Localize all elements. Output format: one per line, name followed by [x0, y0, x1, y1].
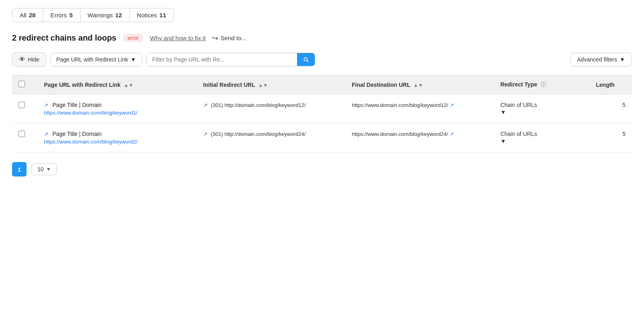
external-link-icon[interactable]: ↗ [203, 131, 208, 137]
sort-icon-final-destination: ▲▼ [413, 82, 423, 88]
per-page-dropdown[interactable]: 10 ▼ [31, 163, 57, 175]
external-link-icon[interactable]: ↗ [44, 131, 48, 137]
length-value-1: 5 [622, 131, 625, 137]
error-badge: error [123, 34, 143, 42]
hide-label: Hide [28, 56, 39, 63]
final-destination-cell: https://www.domain.com/blog/keyword12/ ↗ [345, 94, 494, 123]
col-page-url[interactable]: Page URL with Redirect Link ▲▼ [37, 75, 197, 94]
select-all-checkbox[interactable] [19, 81, 25, 87]
table-row: ↗ Page Title | Domain https://www.domain… [12, 94, 632, 123]
page-1-button[interactable]: 1 [12, 162, 27, 176]
fix-link[interactable]: Why and how to fix it [150, 35, 205, 41]
redirect-type-chevron[interactable]: ▼ [500, 109, 583, 115]
external-link-icon[interactable]: ↗ [450, 102, 454, 108]
tab-errors-label: Errors [50, 12, 67, 18]
eye-icon: 👁 [19, 56, 25, 63]
final-url-0: https://www.domain.com/blog/keyword12/ [352, 102, 448, 108]
col-initial-redirect[interactable]: Initial Redirect URL ▲▼ [197, 75, 345, 94]
advanced-filters-button[interactable]: Advanced filters ▼ [570, 53, 632, 66]
send-to-button[interactable]: ↪ Send to... [212, 34, 246, 43]
sort-icon-initial-redirect: ▲▼ [258, 82, 268, 88]
search-icon [303, 56, 309, 63]
col-final-destination-label: Final Destination URL [352, 82, 410, 88]
data-table: Page URL with Redirect Link ▲▼ Initial R… [12, 75, 632, 152]
final-destination-cell: https://www.domain.com/blog/keyword24/ ↗ [345, 123, 494, 152]
page-url-1[interactable]: https://www.domain.com/blog/keyword2/ [44, 139, 190, 145]
col-final-destination[interactable]: Final Destination URL ▲▼ [345, 75, 494, 94]
external-link-icon[interactable]: ↗ [203, 102, 208, 108]
advanced-filters-label: Advanced filters [577, 56, 617, 63]
row-checkbox-cell[interactable] [12, 94, 37, 123]
chevron-down-icon: ▼ [619, 56, 625, 63]
final-url-1: https://www.domain.com/blog/keyword24/ [352, 131, 448, 137]
chevron-down-icon: ▼ [46, 166, 51, 172]
issue-title: 2 redirect chains and loops [12, 33, 116, 43]
page-title-text: Page Title | Domain [52, 102, 101, 108]
tab-notices-count: 11 [159, 12, 166, 18]
tab-warnings-count: 12 [115, 12, 122, 18]
tab-warnings[interactable]: Warnings 12 [80, 8, 130, 22]
table-row: ↗ Page Title | Domain https://www.domain… [12, 123, 632, 152]
length-cell: 5 [590, 123, 632, 152]
redirect-type-chevron[interactable]: ▼ [500, 138, 583, 144]
col-page-url-label: Page URL with Redirect Link [44, 82, 120, 88]
page-1-label: 1 [18, 166, 21, 173]
tab-all-label: All [20, 12, 27, 18]
length-cell: 5 [590, 94, 632, 123]
info-icon: ⓘ [541, 81, 546, 88]
page-title-text: Page Title | Domain [52, 131, 101, 137]
send-to-arrow-icon: ↪ [212, 34, 218, 43]
redirect-type-cell: Chain of URLs ▼ [494, 123, 589, 152]
column-filter-label: Page URL with Redirect Link [56, 56, 128, 63]
initial-redirect-code-1: (301) http://domain.com/blog/keyword24/ [211, 131, 306, 137]
select-all-header[interactable] [12, 75, 37, 94]
sort-icon-page-url: ▲▼ [124, 82, 134, 88]
page-url-cell: ↗ Page Title | Domain https://www.domain… [37, 123, 197, 152]
tab-all[interactable]: All 28 [12, 8, 43, 22]
search-input[interactable] [147, 53, 297, 66]
filter-bar: 👁 Hide Page URL with Redirect Link ▼ Adv… [12, 52, 632, 67]
row-checkbox-0[interactable] [19, 102, 25, 108]
initial-redirect-cell: ↗ (301) http://domain.com/blog/keyword12… [197, 94, 345, 123]
col-initial-redirect-label: Initial Redirect URL [203, 82, 255, 88]
col-length: Length [590, 75, 632, 94]
page-url-cell: ↗ Page Title | Domain https://www.domain… [37, 94, 197, 123]
page-title-0: ↗ Page Title | Domain [44, 102, 190, 108]
length-value-0: 5 [622, 102, 625, 108]
col-redirect-type: Redirect Type ⓘ [494, 75, 589, 94]
row-checkbox-cell[interactable] [12, 123, 37, 152]
redirect-type-text-0: Chain of URLs [500, 102, 583, 108]
page-title-1: ↗ Page Title | Domain [44, 131, 190, 137]
initial-redirect-code-0: (301) http://domain.com/blog/keyword12/ [211, 102, 306, 108]
search-button[interactable] [297, 53, 315, 66]
col-redirect-type-label: Redirect Type [500, 81, 537, 88]
tab-errors[interactable]: Errors 5 [43, 8, 80, 22]
search-wrapper [146, 53, 315, 66]
col-length-label: Length [596, 82, 615, 88]
table-header-row: Page URL with Redirect Link ▲▼ Initial R… [12, 75, 632, 94]
tab-warnings-label: Warnings [88, 12, 113, 18]
per-page-value: 10 [37, 166, 44, 172]
tab-notices-label: Notices [137, 12, 157, 18]
issue-header: 2 redirect chains and loops error Why an… [12, 33, 632, 43]
initial-redirect-cell: ↗ (301) http://domain.com/blog/keyword24… [197, 123, 345, 152]
row-checkbox-1[interactable] [19, 131, 25, 137]
external-link-icon[interactable]: ↗ [44, 102, 48, 108]
tab-all-count: 28 [29, 12, 36, 18]
chevron-down-icon: ▼ [130, 56, 136, 63]
column-filter-dropdown[interactable]: Page URL with Redirect Link ▼ [50, 53, 142, 66]
redirect-type-text-1: Chain of URLs [500, 131, 583, 137]
external-link-icon[interactable]: ↗ [450, 131, 454, 137]
tab-bar: All 28 Errors 5 Warnings 12 Notices 11 [12, 8, 632, 22]
page-url-0[interactable]: https://www.domain.com/blog/keyword1/ [44, 110, 190, 116]
hide-button[interactable]: 👁 Hide [12, 52, 46, 67]
pagination: 1 10 ▼ [12, 162, 632, 176]
tab-errors-count: 5 [69, 12, 72, 18]
send-to-label: Send to... [221, 35, 246, 41]
tab-notices[interactable]: Notices 11 [130, 8, 174, 22]
redirect-type-cell: Chain of URLs ▼ [494, 94, 589, 123]
